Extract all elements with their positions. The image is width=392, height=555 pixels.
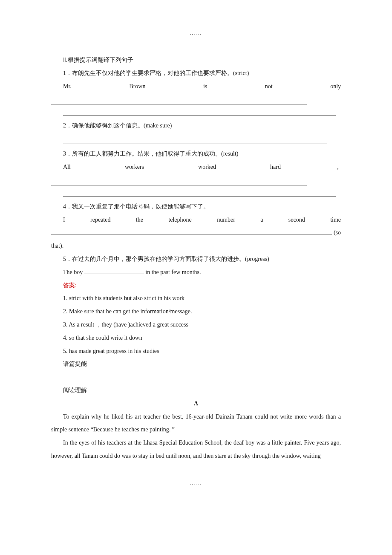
q4-words: I repeated the telephone number a second… [51, 214, 341, 227]
header-dots: …… [51, 30, 341, 37]
q4-blank-line: (so [51, 226, 341, 240]
q4-tail: (so [334, 226, 341, 240]
q4-cont: that). [51, 240, 341, 253]
q3-words: All workers worked hard ， [51, 161, 341, 174]
q3-blank-2 [63, 191, 336, 197]
q3-prompt: 3．所有的工人都努力工作。结果，他们取得了重大的成功。(result) [51, 147, 341, 161]
passage-p2: In the eyes of his teachers at the Lhasa… [51, 436, 341, 463]
q4-w5: number [217, 217, 235, 223]
q1-prompt: 1．布朗先生不仅对他的学生要求严格，对他的工作也要求严格。(strict) [51, 67, 341, 80]
answer-2: 2. Make sure that he can get the informa… [51, 305, 341, 318]
answer-3: 3. As a result ，they (have )achieved a g… [51, 318, 341, 332]
q4-w4: telephone [168, 217, 191, 223]
q5-pre: The boy [63, 269, 84, 275]
q1-blank-1 [51, 98, 307, 104]
q1-w3: is [203, 83, 207, 90]
spacer [51, 371, 341, 384]
section-2-title: Ⅱ.根据提示词翻译下列句子 [51, 54, 341, 67]
q2-blank [63, 138, 327, 144]
q1-w1: Mr. [63, 83, 72, 90]
q4-blank [51, 229, 332, 234]
q4-w7: second [288, 217, 305, 223]
answer-1: 1. strict with his students but also str… [51, 292, 341, 305]
subheading-skill: 语篇提能 [51, 358, 341, 371]
q1-w5: only [330, 83, 341, 90]
q5-blank [84, 268, 144, 274]
q1-words: Mr. Brown is not only [51, 80, 341, 93]
answer-4: 4. so that she could write it down [51, 332, 341, 345]
q3-w4: hard [270, 164, 281, 170]
q5-prompt: 5．在过去的几个月中，那个男孩在他的学习方面取得了很大的进步。(progress… [51, 253, 341, 266]
q1-w4: not [265, 83, 273, 90]
q4-prompt: 4．我又一次重复了那个电话号码，以便她能够写下了。 [51, 200, 341, 214]
q3-blank-1 [51, 179, 307, 185]
q3-w5: ， [335, 164, 341, 170]
q4-w3: the [136, 217, 143, 223]
q4-w1: I [63, 217, 65, 223]
q3-w2: workers [125, 164, 144, 170]
q4-w8: time [330, 217, 341, 223]
passage-p1: To explain why he liked his art teacher … [51, 410, 341, 437]
footer-dots: …… [51, 480, 341, 487]
passage-label: A [51, 397, 341, 410]
q4-w6: a [260, 217, 263, 223]
answer-5: 5. has made great progress in his studie… [51, 345, 341, 358]
q1-blank-2 [63, 110, 336, 116]
subheading-reading: 阅读理解 [51, 384, 341, 397]
q3-w3: worked [198, 164, 216, 170]
answers-label: 答案: [51, 279, 341, 292]
q5-post: in the past few months. [144, 269, 201, 275]
q3-w1: All [63, 164, 71, 170]
q1-w2: Brown [129, 83, 145, 90]
q2-prompt: 2．确保他能够得到这个信息。(make sure) [51, 119, 341, 133]
q5-sentence: The boy in the past few months. [51, 266, 341, 279]
q4-w2: repeated [90, 217, 110, 223]
